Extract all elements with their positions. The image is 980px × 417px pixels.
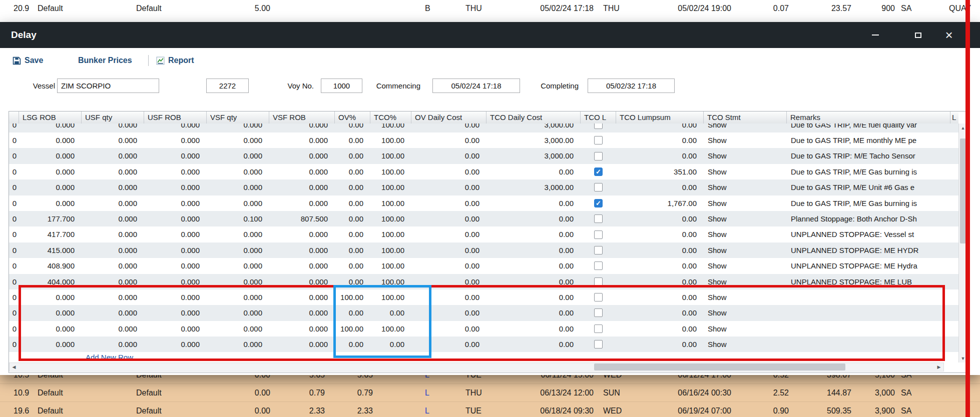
- column-header-vsf-rob[interactable]: VSF ROB: [269, 112, 335, 124]
- cell-usf-qty[interactable]: 0.000: [82, 148, 144, 164]
- grid-row[interactable]: 00.0000.0000.0000.0000.000100.00100.000.…: [9, 321, 958, 336]
- cell-vsf-qty[interactable]: 0.000: [207, 258, 269, 274]
- cell-tco-daily-cost[interactable]: 0.00: [486, 258, 581, 274]
- minimize-button[interactable]: [866, 22, 885, 48]
- cell-tco-lumpsum[interactable]: 0.00: [616, 148, 704, 164]
- cell-usf-qty[interactable]: 0.000: [82, 321, 144, 336]
- tco-l-checkbox-unchecked[interactable]: [594, 262, 603, 270]
- cell-tco-l[interactable]: [581, 336, 616, 352]
- cell-tco-daily-cost[interactable]: 3,000.00: [486, 148, 581, 164]
- cell-usf-rob[interactable]: 0.000: [144, 321, 207, 336]
- tco-l-checkbox-unchecked[interactable]: [594, 214, 603, 223]
- cell-remarks[interactable]: UNPLANNED STOPPAGE: Vessel st: [787, 226, 950, 242]
- cell-tco-stmt[interactable]: Show: [704, 164, 787, 180]
- cell-vsf-rob[interactable]: 0.000: [269, 290, 335, 305]
- cell-usf-qty[interactable]: 0.000: [82, 336, 144, 352]
- cell-vsf-rob[interactable]: 0.000: [269, 148, 335, 164]
- cell-ov-pct[interactable]: 0.00: [335, 242, 370, 258]
- cell-ov-pct[interactable]: 0.00: [335, 180, 370, 195]
- cell-tco-pct[interactable]: 100.00: [370, 226, 411, 242]
- cell-ov-daily-cost[interactable]: 0.00: [411, 132, 486, 148]
- cell-remarks[interactable]: [787, 305, 950, 320]
- vertical-scrollbar-thumb[interactable]: [960, 138, 966, 244]
- cell-usf-qty[interactable]: 0.000: [82, 305, 144, 320]
- cell-ov-daily-cost[interactable]: 0.00: [411, 242, 486, 258]
- tco-l-checkbox-unchecked[interactable]: [594, 278, 603, 286]
- cell-vsf-rob[interactable]: 0.000: [269, 336, 335, 352]
- cell-ov-daily-cost[interactable]: 0.00: [411, 305, 486, 320]
- column-header-tco-lumpsum[interactable]: TCO Lumpsum: [616, 112, 704, 124]
- cell-ov-daily-cost[interactable]: 0.00: [411, 124, 486, 132]
- cell-tco-stmt[interactable]: Show: [704, 242, 787, 258]
- column-header-tco-l[interactable]: TCO L: [581, 112, 616, 124]
- cell-vsf-qty[interactable]: 0.000: [207, 305, 269, 320]
- cell-tco-pct[interactable]: 100.00: [370, 258, 411, 274]
- cell-tco-daily-cost[interactable]: 0.00: [486, 211, 581, 226]
- cell-tco-stmt[interactable]: Show: [704, 211, 787, 226]
- cell-usf-rob[interactable]: 0.000: [144, 211, 207, 226]
- completing-input[interactable]: [588, 78, 675, 93]
- cell-tco-l[interactable]: [581, 290, 616, 305]
- column-header-tco-stmt[interactable]: TCO Stmt: [704, 112, 787, 124]
- cell-tco-l[interactable]: [581, 242, 616, 258]
- cell-usf-rob[interactable]: 0.000: [144, 274, 207, 290]
- cell-vsf-rob[interactable]: 0.000: [269, 164, 335, 180]
- cell-usf-rob[interactable]: 0.000: [144, 242, 207, 258]
- cell-ov-daily-cost[interactable]: 0.00: [411, 164, 486, 180]
- cell-tco-stmt[interactable]: Show: [704, 336, 787, 352]
- cell-tco-pct[interactable]: 100.00: [370, 148, 411, 164]
- cell-remarks[interactable]: [787, 290, 950, 305]
- tco-l-checkbox-unchecked[interactable]: [594, 308, 603, 317]
- cell-tco-l[interactable]: [581, 148, 616, 164]
- cell-remarks[interactable]: Due to GAS TRIP, M/E Unit #6 Gas e: [787, 180, 950, 195]
- grid-row[interactable]: 00.0000.0000.0000.0000.0000.00100.000.00…: [9, 148, 958, 164]
- cell-lsg-rob[interactable]: 0.000: [19, 164, 82, 180]
- cell-vsf-qty[interactable]: 0.000: [207, 336, 269, 352]
- cell-tco-stmt[interactable]: Show: [704, 226, 787, 242]
- grid-row[interactable]: 00.0000.0000.0000.0000.0000.00100.000.00…: [9, 196, 958, 211]
- cell-tco-lumpsum[interactable]: 0.00: [616, 258, 704, 274]
- cell-tco-l[interactable]: [581, 196, 616, 211]
- cell-ov-pct[interactable]: 0.00: [335, 164, 370, 180]
- cell-ov-daily-cost[interactable]: 0.00: [411, 211, 486, 226]
- scroll-up-arrow-icon[interactable]: ▲: [959, 124, 967, 132]
- cell-tco-lumpsum[interactable]: 0.00: [616, 321, 704, 336]
- cell-vsf-rob[interactable]: 0.000: [269, 321, 335, 336]
- grid-row[interactable]: 0415.0000.0000.0000.0000.0000.00100.000.…: [9, 242, 958, 258]
- cell-usf-qty[interactable]: 0.000: [82, 180, 144, 195]
- grid-row[interactable]: 0417.7000.0000.0000.0000.0000.00100.000.…: [9, 226, 958, 242]
- scroll-left-arrow-icon[interactable]: ◀: [10, 363, 19, 371]
- cell-remarks[interactable]: UNPLANNED STOPPAGE: ME Hydra: [787, 258, 950, 274]
- cell-lsg-rob[interactable]: 415.000: [19, 242, 82, 258]
- dialog-titlebar[interactable]: Delay ×: [0, 22, 980, 48]
- tco-l-checkbox-checked[interactable]: [594, 199, 603, 208]
- vessel-input[interactable]: [57, 78, 159, 93]
- cell-tco-lumpsum[interactable]: 0.00: [616, 274, 704, 290]
- cell-ov-pct[interactable]: 0.00: [335, 211, 370, 226]
- cell-vsf-qty[interactable]: 0.000: [207, 124, 269, 132]
- cell-tco-stmt[interactable]: Show: [704, 132, 787, 148]
- cell-tco-stmt[interactable]: Show: [704, 274, 787, 290]
- cell-lsg-rob[interactable]: 404.000: [19, 274, 82, 290]
- cell-tco-l[interactable]: [581, 274, 616, 290]
- cell-tco-pct[interactable]: 100.00: [370, 211, 411, 226]
- tco-l-checkbox-unchecked[interactable]: [594, 324, 603, 333]
- cell-lsg-rob[interactable]: 0.000: [19, 321, 82, 336]
- grid-row[interactable]: 00.0000.0000.0000.0000.0000.000.000.000.…: [9, 336, 958, 352]
- column-header-tco-[interactable]: TCO%: [370, 112, 411, 124]
- cell-vsf-qty[interactable]: 0.000: [207, 196, 269, 211]
- cell-lsg-rob[interactable]: 0.000: [19, 336, 82, 352]
- cell-remarks[interactable]: Due to GAS TRIP: M/E Tacho Sensor: [787, 148, 950, 164]
- cell-lsg-rob[interactable]: 0.000: [19, 124, 82, 132]
- cell-usf-qty[interactable]: 0.000: [82, 211, 144, 226]
- grid-row[interactable]: 00.0000.0000.0000.0000.0000.00100.000.00…: [9, 132, 958, 148]
- cell-usf-rob[interactable]: 0.000: [144, 180, 207, 195]
- cell-vsf-rob[interactable]: 0.000: [269, 242, 335, 258]
- tco-l-checkbox-unchecked[interactable]: [594, 136, 603, 144]
- cell-usf-rob[interactable]: 0.000: [144, 124, 207, 132]
- cell-lsg-rob[interactable]: 408.900: [19, 258, 82, 274]
- tco-l-checkbox-unchecked[interactable]: [594, 246, 603, 254]
- cell-tco-stmt[interactable]: Show: [704, 290, 787, 305]
- cell-lsg-rob[interactable]: 0.000: [19, 305, 82, 320]
- column-header-l[interactable]: L: [950, 112, 958, 124]
